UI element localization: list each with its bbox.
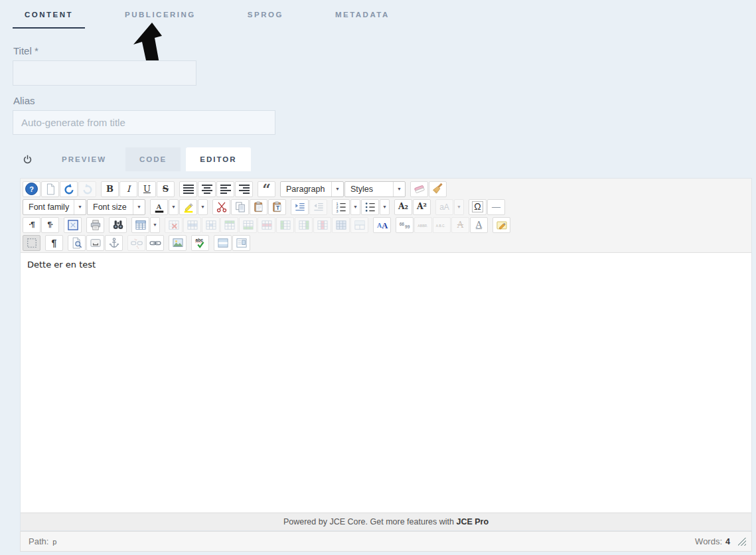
- font-family-select[interactable]: Font family▼: [23, 199, 86, 215]
- path-value[interactable]: p: [52, 538, 56, 546]
- subscript-button[interactable]: A₂: [394, 199, 412, 215]
- highlight-color-dropdown[interactable]: ▼: [198, 199, 208, 215]
- italic-icon: I: [127, 185, 130, 193]
- inserted-text-icon: A: [476, 220, 482, 229]
- undo-button[interactable]: [60, 181, 78, 197]
- align-center-button[interactable]: [198, 181, 216, 197]
- inserted-text-button[interactable]: A: [470, 217, 488, 233]
- new-document-button[interactable]: [41, 181, 59, 197]
- find-replace-button[interactable]: [109, 217, 127, 233]
- chevron-down-icon: ▼: [74, 200, 86, 214]
- text-color-button[interactable]: [150, 199, 168, 215]
- fullscreen-button[interactable]: [64, 217, 82, 233]
- split-cells-icon: [353, 218, 366, 232]
- superscript-button[interactable]: A²: [413, 199, 431, 215]
- outdent-icon: [312, 200, 325, 214]
- ltr-paragraph-icon: ·¶: [29, 221, 34, 229]
- link-icon: [149, 236, 162, 250]
- letter-case-icon: aA: [439, 203, 449, 211]
- horizontal-rule-button[interactable]: —: [487, 199, 505, 215]
- letter-case-dropdown: ▼: [454, 199, 464, 215]
- cut-button[interactable]: [212, 199, 230, 215]
- alias-input[interactable]: [13, 110, 275, 135]
- table-row-properties-icon: [186, 218, 199, 232]
- insert-image-button[interactable]: [169, 235, 187, 251]
- non-breaking-space-button[interactable]: [86, 235, 104, 251]
- highlight-color-button[interactable]: [179, 199, 197, 215]
- readmore-button[interactable]: [214, 235, 232, 251]
- resize-handle[interactable]: [738, 538, 746, 546]
- paragraph-select-label: Paragraph: [281, 185, 331, 194]
- delete-column-icon: [316, 218, 329, 232]
- print-button[interactable]: [86, 217, 104, 233]
- pagebreak-button[interactable]: [232, 235, 250, 251]
- ordered-list-button[interactable]: [332, 199, 350, 215]
- align-justify-button[interactable]: [179, 181, 197, 197]
- special-character-button[interactable]: Ω: [469, 199, 487, 215]
- eraser-button[interactable]: [410, 181, 428, 197]
- insert-table-button[interactable]: [131, 217, 149, 233]
- bold-button[interactable]: B: [101, 181, 119, 197]
- align-right-button[interactable]: [235, 181, 253, 197]
- tab-content[interactable]: CONTENT: [13, 5, 85, 29]
- preview-page-button[interactable]: [68, 235, 86, 251]
- visual-aid-button[interactable]: [23, 235, 40, 251]
- insert-image-icon: [171, 236, 185, 250]
- indent-button[interactable]: [291, 199, 309, 215]
- visual-characters-button[interactable]: ¶: [45, 235, 63, 251]
- rtl-paragraph-button[interactable]: ¶·: [41, 217, 59, 233]
- print-icon: [89, 218, 102, 232]
- font-family-select-label: Font family: [23, 202, 74, 212]
- abbreviation-icon: [417, 218, 430, 232]
- blockquote-button[interactable]: “: [258, 181, 275, 197]
- paste-button[interactable]: [250, 199, 267, 215]
- copy-button[interactable]: [231, 199, 249, 215]
- character-style-button[interactable]: [373, 217, 391, 233]
- styles-select[interactable]: Styles▼: [344, 181, 406, 197]
- align-left-icon: [220, 184, 231, 195]
- insert-column-after-button: [295, 217, 313, 233]
- attributes-button[interactable]: [492, 217, 510, 233]
- redo-icon: [81, 183, 94, 196]
- delete-row-button: [258, 217, 275, 233]
- insert-column-after-icon: [297, 218, 311, 232]
- bullet-list-button[interactable]: [361, 199, 379, 215]
- link-button[interactable]: [146, 235, 164, 251]
- insert-table-dropdown[interactable]: ▼: [150, 217, 160, 233]
- toggle-editor-button[interactable]: [20, 147, 48, 171]
- editor-statusbar: Path: p Words: 4: [20, 531, 752, 552]
- tab-preview[interactable]: PREVIEW: [48, 147, 120, 171]
- anchor-button[interactable]: [105, 235, 123, 251]
- spellcheck-button[interactable]: [191, 235, 209, 251]
- insert-column-before-button: [276, 217, 294, 233]
- find-replace-icon: [112, 218, 125, 232]
- citation-button[interactable]: [396, 217, 414, 233]
- split-cells-button: [350, 217, 368, 233]
- underline-button[interactable]: U: [138, 181, 156, 197]
- tab-sprog[interactable]: SPROG: [236, 5, 295, 29]
- editor-content[interactable]: Dette er en test: [21, 253, 751, 513]
- strikethrough-button[interactable]: S: [157, 181, 175, 197]
- insert-row-before-button: [220, 217, 238, 233]
- title-input[interactable]: [13, 60, 196, 86]
- underline-icon: U: [143, 185, 151, 193]
- tab-metadata[interactable]: METADATA: [323, 5, 402, 29]
- cleanup-button[interactable]: [429, 181, 447, 197]
- bold-icon: B: [106, 185, 113, 193]
- paste-as-text-button[interactable]: [268, 199, 286, 215]
- pagebreak-icon: [235, 236, 248, 250]
- text-color-dropdown[interactable]: ▼: [169, 199, 179, 215]
- ordered-list-dropdown[interactable]: ▼: [350, 199, 360, 215]
- tab-code[interactable]: CODE: [125, 147, 181, 171]
- italic-button[interactable]: I: [119, 181, 137, 197]
- paragraph-select[interactable]: Paragraph▼: [280, 181, 344, 197]
- help-button[interactable]: ?: [23, 181, 40, 197]
- tab-editor[interactable]: EDITOR: [186, 147, 250, 171]
- styles-select-label: Styles: [345, 185, 393, 194]
- ltr-paragraph-button[interactable]: ·¶: [23, 217, 40, 233]
- font-size-select[interactable]: Font size▼: [87, 199, 145, 215]
- align-left-button[interactable]: [216, 181, 234, 197]
- eraser-icon: [413, 183, 426, 196]
- jce-pro-link[interactable]: JCE Pro: [456, 517, 489, 526]
- bullet-list-dropdown[interactable]: ▼: [380, 199, 390, 215]
